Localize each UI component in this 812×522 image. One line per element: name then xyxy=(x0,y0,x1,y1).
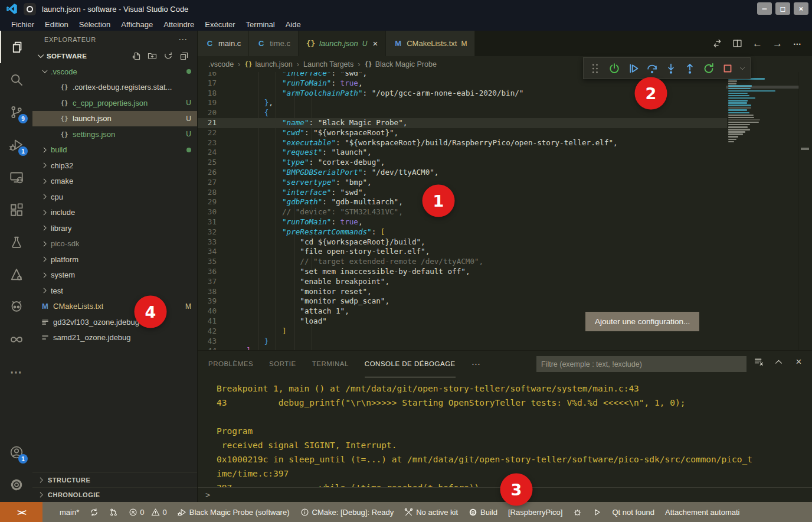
activity-item-remote-explorer[interactable] xyxy=(0,161,32,193)
scrollbar[interactable] xyxy=(798,72,812,350)
activity-item-testing[interactable] xyxy=(0,226,32,258)
menu-edition[interactable]: Edition xyxy=(40,20,74,29)
menu-terminal[interactable]: Terminal xyxy=(241,20,280,29)
status-compare-changes[interactable] xyxy=(104,508,123,517)
tree-item-cmake[interactable]: cmake xyxy=(32,174,197,190)
status-launch[interactable] xyxy=(587,508,607,517)
tree-item-launch-json[interactable]: {}launch.jsonU xyxy=(32,111,197,127)
panel-tab-probl-mes[interactable]: PROBLÈMES xyxy=(208,351,253,377)
debug-expand-button[interactable] xyxy=(738,60,746,77)
debug-restart-button[interactable] xyxy=(700,60,717,77)
section-structure[interactable]: STRUCTURE xyxy=(32,472,197,487)
menu-fichier[interactable]: Fichier xyxy=(6,20,40,29)
breadcrumb-item-launch-json[interactable]: {}launch.json xyxy=(244,60,292,68)
workspace-section-header[interactable]: SOFTWARE xyxy=(32,48,197,64)
debug-console-filter-input[interactable] xyxy=(536,356,746,372)
menu-exécuter[interactable]: Exécuter xyxy=(199,20,240,29)
menu-sélection[interactable]: Sélection xyxy=(74,20,116,29)
status-sync[interactable] xyxy=(84,508,104,517)
activity-item-extensions[interactable] xyxy=(0,193,32,226)
debug-step-into-button[interactable] xyxy=(663,60,679,77)
activity-item-source-control[interactable]: 9 xyxy=(0,96,32,128)
status-variant[interactable]: [RaspberryPico] xyxy=(503,508,568,517)
refresh-icon[interactable] xyxy=(163,51,173,61)
status-debug-target[interactable]: Black Magic Probe (software) xyxy=(172,508,295,517)
status-debug[interactable] xyxy=(568,508,587,517)
tree-item-cmakelists-txt[interactable]: MCMakeLists.txtM xyxy=(32,299,197,315)
chevron-up-icon[interactable] xyxy=(774,357,784,367)
arrow-left-icon[interactable]: ← xyxy=(752,38,762,48)
status-active-kit[interactable]: No active kit xyxy=(399,508,463,517)
minimap[interactable] xyxy=(728,73,797,143)
tree-item-gd32vf103-ozone-jdebug[interactable]: gd32vf103_ozone.jdebug xyxy=(32,314,197,330)
status-build[interactable]: Build xyxy=(463,508,503,517)
activity-item-accounts[interactable]: 1 xyxy=(0,436,32,468)
activity-item-search[interactable] xyxy=(0,63,32,96)
tab-launch-json[interactable]: {}launch.jsonU× xyxy=(299,31,386,56)
new-file-icon[interactable] xyxy=(132,51,141,61)
status-git-branch[interactable]: main* xyxy=(42,508,84,517)
activity-item-more-views[interactable]: ⋯ xyxy=(0,355,32,388)
add-configuration-button[interactable]: Ajouter une configuration... xyxy=(585,312,699,331)
debug-continue-button[interactable] xyxy=(625,60,641,77)
debug-stop-button[interactable] xyxy=(719,60,736,77)
section-chronologie[interactable]: CHRONOLOGIE xyxy=(32,487,197,502)
breadcrumb-item-black-magic-probe[interactable]: {}Black Magic Probe xyxy=(365,60,437,68)
activity-item-explorer[interactable] xyxy=(0,31,32,63)
panel-tab-console-de-d-bogage[interactable]: CONSOLE DE DÉBOGAGE xyxy=(365,351,456,377)
collapse-all-icon[interactable] xyxy=(179,51,189,61)
status-auto-attach[interactable]: Attachement automati xyxy=(660,508,745,517)
new-folder-icon[interactable] xyxy=(148,51,157,61)
tree-item-include[interactable]: include xyxy=(32,205,197,221)
tree-item-library[interactable]: library xyxy=(32,220,197,236)
debug-step-out-button[interactable] xyxy=(682,60,698,77)
split-icon[interactable] xyxy=(732,38,742,48)
tab-time-c[interactable]: Ctime.c xyxy=(249,31,299,56)
debug-step-over-button[interactable] xyxy=(644,60,660,77)
tree-item--vscode[interactable]: .vscode xyxy=(32,64,197,80)
close-icon[interactable]: × xyxy=(794,357,804,367)
tree-item-build[interactable]: build xyxy=(32,142,197,158)
tab-main-c[interactable]: Cmain.c xyxy=(198,31,249,56)
ellipsis-icon[interactable]: ⋯ xyxy=(793,38,803,48)
activity-item-run-and-debug[interactable]: 1 xyxy=(0,128,32,161)
tree-item-pico-sdk[interactable]: pico-sdk xyxy=(32,236,197,252)
arrow-right-icon[interactable]: → xyxy=(772,38,782,48)
tree-item-system[interactable]: system xyxy=(32,267,197,283)
minimize-button[interactable]: – xyxy=(757,2,772,15)
tree-item--cortex-debug-registers-stat-[interactable]: {}.cortex-debug.registers.stat... xyxy=(32,80,197,96)
close-button[interactable]: × xyxy=(794,2,808,15)
panel-more-icon[interactable]: ⋯ xyxy=(472,359,481,370)
tree-item-samd21-ozone-jdebug[interactable]: samd21_ozone.jdebug xyxy=(32,330,197,346)
status-cmake-status[interactable]: CMake: [Debug]: Ready xyxy=(295,508,400,517)
panel-tab-terminal[interactable]: TERMINAL xyxy=(312,351,349,377)
tab-cmakelists-txt[interactable]: MCMakeLists.txtM xyxy=(386,31,475,56)
tree-item-test[interactable]: test xyxy=(32,283,197,299)
debug-power-button[interactable] xyxy=(606,60,623,77)
tree-item-settings-json[interactable]: {}settings.jsonU xyxy=(32,126,197,142)
status-remote-indicator[interactable]: >< xyxy=(0,502,42,522)
tree-item-chip32[interactable]: chip32 xyxy=(32,158,197,174)
code-editor[interactable]: 16 "interface": "swd",17 "runToMain": tr… xyxy=(198,72,812,350)
open-changes-icon[interactable] xyxy=(712,38,722,48)
activity-item-settings[interactable] xyxy=(0,468,32,501)
tree-item-c-cpp-properties-json[interactable]: {}c_cpp_properties.jsonU xyxy=(32,95,197,111)
status-qt-status[interactable]: Qt not found xyxy=(607,508,660,517)
views-actions-icon[interactable]: ⋯ xyxy=(178,34,188,45)
menu-affichage[interactable]: Affichage xyxy=(116,20,158,29)
tab-close-icon[interactable]: × xyxy=(372,38,378,48)
activity-item-platformio[interactable] xyxy=(0,291,32,323)
status-problems[interactable]: 00 xyxy=(123,508,172,517)
menu-aide[interactable]: Aide xyxy=(280,20,306,29)
breadcrumb-item-launch-targets[interactable]: Launch Targets xyxy=(303,60,353,68)
maximize-button[interactable]: □ xyxy=(775,2,790,15)
breadcrumb-item--vscode[interactable]: .vscode xyxy=(208,60,234,68)
power-icon xyxy=(608,63,620,74)
panel-tab-sortie[interactable]: SORTIE xyxy=(269,351,296,377)
clear-console-icon[interactable] xyxy=(754,357,764,367)
activity-item-cmake-tools[interactable] xyxy=(0,258,32,291)
tree-item-cpu[interactable]: cpu xyxy=(32,189,197,205)
activity-item-makefile-tools[interactable] xyxy=(0,323,32,355)
menu-atteindre[interactable]: Atteindre xyxy=(158,20,199,29)
tree-item-platform[interactable]: platform xyxy=(32,252,197,267)
